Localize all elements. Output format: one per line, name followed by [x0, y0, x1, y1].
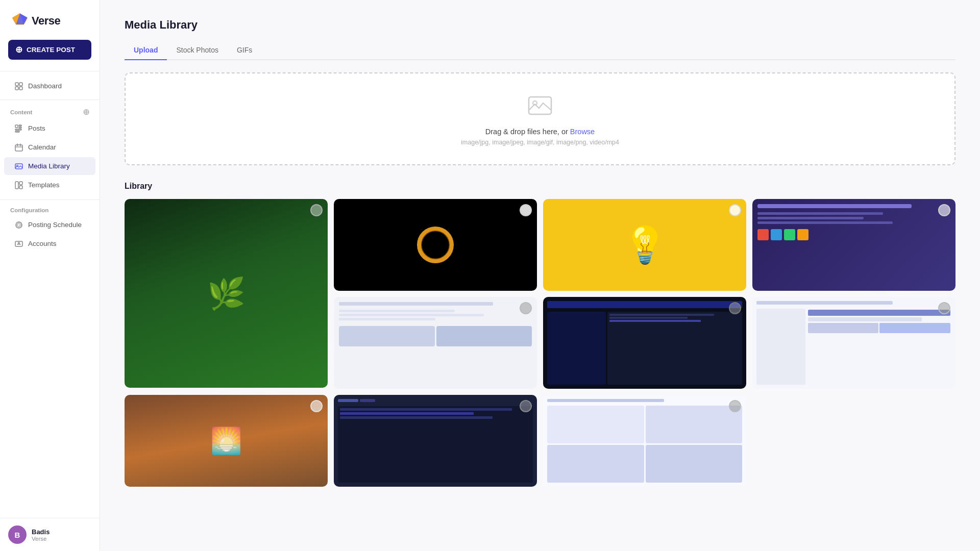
svg-rect-4 — [19, 83, 22, 86]
library-title: Library — [125, 182, 955, 191]
user-area[interactable]: B Badis Verse — [0, 518, 100, 551]
schedule-icon — [14, 220, 23, 229]
sidebar-item-dashboard[interactable]: Dashboard — [4, 77, 95, 95]
browse-link[interactable]: Browse — [570, 128, 595, 136]
media-item-2[interactable] — [334, 199, 537, 291]
sidebar-item-accounts[interactable]: Accounts — [4, 235, 95, 253]
content-section-label: Content ⊕ — [0, 100, 100, 119]
media-item-9[interactable] — [334, 395, 537, 487]
select-circle-4[interactable] — [938, 204, 950, 216]
svg-rect-3 — [15, 83, 18, 86]
tab-gifs[interactable]: GIFs — [228, 42, 261, 60]
sidebar-item-posts[interactable]: Posts — [4, 119, 95, 137]
upload-image-icon — [527, 92, 553, 120]
app-name: Verse — [32, 14, 60, 28]
user-org: Verse — [32, 536, 50, 542]
logo-icon — [10, 11, 30, 31]
svg-rect-11 — [15, 131, 19, 132]
upload-zone[interactable]: Drag & drop files here, or Browse image/… — [125, 72, 955, 165]
logo-area: Verse — [0, 0, 100, 40]
select-circle-9[interactable] — [520, 400, 532, 412]
svg-rect-10 — [15, 129, 21, 130]
sidebar: Verse ⊕ CREATE POST Dashboard Content ⊕ — [0, 0, 100, 551]
svg-rect-12 — [15, 145, 22, 151]
sidebar-item-media-library[interactable]: Media Library — [4, 157, 95, 175]
sidebar-item-calendar[interactable]: Calendar — [4, 138, 95, 156]
accounts-icon — [14, 239, 23, 248]
sidebar-item-calendar-label: Calendar — [28, 143, 56, 151]
svg-point-26 — [419, 229, 452, 261]
sidebar-item-dashboard-label: Dashboard — [28, 82, 62, 90]
media-library-icon — [14, 162, 23, 170]
svg-rect-19 — [19, 182, 22, 185]
select-circle-10[interactable] — [729, 400, 741, 412]
media-item-5[interactable] — [334, 297, 537, 389]
select-circle-2[interactable] — [520, 204, 532, 216]
posts-icon — [14, 124, 23, 133]
svg-rect-16 — [15, 164, 22, 169]
select-circle-6[interactable] — [729, 302, 741, 314]
plus-icon: ⊕ — [15, 45, 22, 54]
user-info: Badis Verse — [32, 528, 50, 542]
svg-rect-8 — [19, 125, 21, 126]
svg-point-23 — [18, 242, 19, 244]
select-circle-7[interactable] — [938, 302, 950, 314]
media-item-7[interactable] — [752, 297, 955, 389]
media-item-1[interactable]: 🌿 — [125, 199, 328, 388]
configuration-section-label: Configuration — [0, 200, 100, 215]
tab-stock-photos[interactable]: Stock Photos — [167, 42, 228, 60]
sidebar-item-posting-schedule-label: Posting Schedule — [28, 221, 82, 229]
select-circle-5[interactable] — [520, 302, 532, 314]
avatar: B — [8, 525, 27, 544]
upload-text: Drag & drop files here, or Browse — [485, 128, 595, 136]
sidebar-item-posts-label: Posts — [28, 124, 45, 132]
sidebar-divider — [0, 71, 100, 71]
tabs-bar: Upload Stock Photos GIFs — [125, 42, 955, 60]
upload-hint: image/jpg, image/jpeg, image/gif, image/… — [461, 139, 619, 146]
media-item-6[interactable] — [543, 297, 746, 389]
user-name: Badis — [32, 528, 50, 536]
tab-upload[interactable]: Upload — [125, 42, 167, 60]
svg-rect-5 — [15, 87, 18, 90]
add-content-icon[interactable]: ⊕ — [83, 107, 89, 117]
svg-rect-7 — [15, 125, 18, 128]
sidebar-item-templates-label: Templates — [28, 181, 60, 189]
svg-point-27 — [421, 231, 450, 259]
sidebar-item-templates[interactable]: Templates — [4, 176, 95, 194]
svg-rect-9 — [19, 127, 21, 128]
svg-rect-20 — [19, 186, 22, 189]
media-grid: 🌿 💡 — [125, 199, 955, 487]
select-circle-8[interactable] — [310, 400, 323, 412]
svg-rect-6 — [19, 87, 22, 90]
avatar-initial: B — [15, 531, 20, 539]
main-content: Media Library Upload Stock Photos GIFs D… — [100, 0, 980, 551]
calendar-icon — [14, 143, 23, 152]
page-title: Media Library — [125, 18, 955, 32]
sidebar-item-media-library-label: Media Library — [28, 162, 70, 170]
select-circle-1[interactable] — [310, 204, 323, 216]
templates-icon — [14, 181, 23, 189]
svg-rect-18 — [15, 182, 18, 189]
media-item-10[interactable] — [543, 395, 746, 487]
sidebar-item-accounts-label: Accounts — [28, 240, 57, 247]
sidebar-item-posting-schedule[interactable]: Posting Schedule — [4, 216, 95, 234]
select-circle-3[interactable] — [729, 204, 741, 216]
svg-rect-24 — [529, 97, 551, 114]
create-post-label: CREATE POST — [27, 46, 75, 54]
library-section: Library 🌿 💡 — [125, 182, 955, 487]
create-post-button[interactable]: ⊕ CREATE POST — [8, 40, 91, 60]
media-item-4[interactable] — [752, 199, 955, 291]
media-item-8[interactable]: 🌅 — [125, 395, 328, 487]
media-item-3[interactable]: 💡 — [543, 199, 746, 291]
dashboard-icon — [14, 82, 23, 90]
